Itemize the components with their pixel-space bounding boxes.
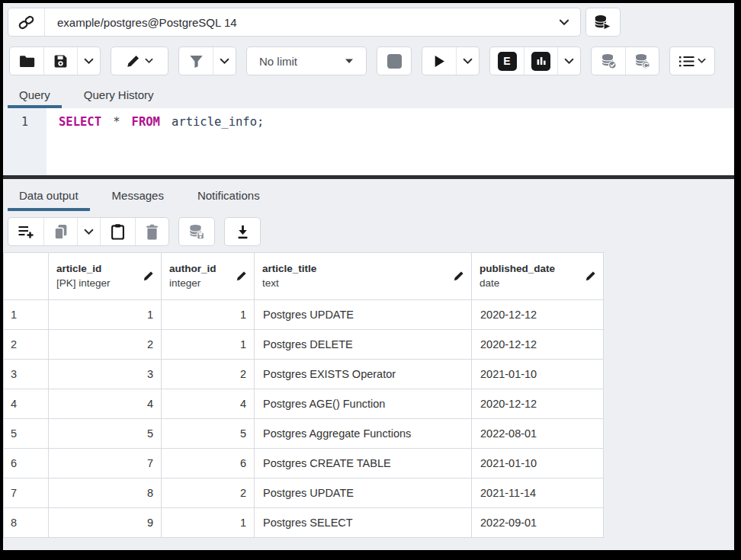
row-number[interactable]: 7 [4, 478, 49, 508]
save-options-dropdown[interactable] [77, 47, 100, 75]
cell-author-id[interactable]: 4 [162, 389, 255, 419]
rollback-button[interactable] [625, 47, 659, 75]
save-button[interactable] [43, 47, 77, 75]
explain-button-group: E [489, 46, 581, 75]
cell-article-id[interactable]: 9 [49, 508, 162, 538]
row-number[interactable]: 1 [4, 300, 49, 330]
cell-published-date[interactable]: 2020-12-12 [472, 330, 604, 360]
cell-article-title[interactable]: Postgres CREATE TABLE [255, 449, 472, 478]
open-file-button[interactable] [10, 47, 43, 75]
cell-author-id[interactable]: 1 [162, 330, 255, 360]
column-type: text [262, 277, 453, 291]
stop-button[interactable] [377, 47, 411, 75]
chevron-down-icon [564, 58, 574, 65]
save-data-button[interactable] [179, 218, 214, 245]
cell-article-id[interactable]: 2 [49, 330, 162, 360]
row-number[interactable]: 3 [4, 360, 49, 389]
tab-query-history[interactable]: Query History [72, 81, 165, 108]
cell-article-id[interactable]: 1 [49, 300, 162, 330]
chevron-down-icon [559, 19, 569, 26]
query-tool-panel: example/postgres@PostgreSQL 14 [3, 3, 734, 550]
tab-notifications[interactable]: Notifications [186, 179, 271, 211]
cell-article-id[interactable]: 8 [49, 478, 162, 508]
cell-article-title[interactable]: Postgres DELETE [255, 330, 472, 360]
row-number[interactable]: 6 [4, 449, 49, 478]
explain-analyze-button[interactable] [524, 47, 557, 75]
column-header-article-id[interactable]: article_id [PK] integer [49, 253, 162, 300]
table-row: 8 9 1 Postgres SELECT 2022-09-01 [4, 508, 604, 538]
column-header-author-id[interactable]: author_id integer [162, 253, 255, 300]
commit-button[interactable] [592, 47, 625, 75]
column-header-published-date[interactable]: published_date date [472, 253, 604, 300]
cell-published-date[interactable]: 2021-01-10 [472, 360, 604, 389]
tab-messages[interactable]: Messages [101, 179, 175, 211]
cell-article-id[interactable]: 3 [49, 360, 162, 389]
cell-author-id[interactable]: 2 [162, 360, 255, 389]
connection-icon [18, 14, 34, 30]
connection-status-button[interactable] [8, 8, 45, 36]
tab-query[interactable]: Query [8, 81, 62, 108]
delete-row-button[interactable] [135, 218, 168, 245]
execute-options-dropdown[interactable] [456, 47, 479, 75]
cell-published-date[interactable]: 2022-09-01 [472, 508, 604, 538]
copy-button[interactable] [43, 218, 77, 245]
execute-button[interactable] [422, 47, 456, 75]
macros-button-group [669, 46, 715, 75]
cell-article-id[interactable]: 7 [49, 449, 162, 478]
cell-article-id[interactable]: 4 [49, 389, 162, 419]
chevron-down-icon [145, 58, 153, 64]
column-header-article-title[interactable]: article_title text [255, 253, 472, 300]
file-button-group [9, 46, 101, 75]
cell-author-id[interactable]: 1 [162, 300, 255, 330]
tab-data-output[interactable]: Data output [8, 179, 90, 211]
explain-button[interactable]: E [490, 47, 524, 75]
cell-author-id[interactable]: 5 [162, 419, 255, 449]
cell-published-date[interactable]: 2020-12-12 [472, 389, 604, 419]
cell-published-date[interactable]: 2021-01-10 [472, 449, 604, 478]
sql-editor[interactable]: 1 SELECT * FROM article_info; [3, 108, 734, 175]
edit-button[interactable] [111, 47, 168, 75]
result-toolbar [3, 211, 734, 252]
save-data-button-group [178, 217, 215, 246]
connection-bar: example/postgres@PostgreSQL 14 [3, 3, 734, 41]
cell-author-id[interactable]: 1 [162, 508, 255, 538]
table-row: 6 7 6 Postgres CREATE TABLE 2021-01-10 [4, 449, 604, 478]
download-button[interactable] [225, 218, 260, 245]
cell-article-title[interactable]: Postgres EXISTS Operator [255, 360, 472, 389]
cell-published-date[interactable]: 2020-12-12 [472, 300, 604, 330]
database-new-connection-icon [594, 14, 612, 30]
cell-article-id[interactable]: 5 [49, 419, 162, 449]
download-button-group [224, 217, 261, 246]
edit-pencil-icon [143, 270, 155, 282]
filter-icon [189, 55, 204, 68]
paste-button[interactable] [100, 218, 135, 245]
explain-options-dropdown[interactable] [557, 47, 580, 75]
explain-icon: E [498, 52, 517, 71]
macros-button[interactable] [670, 47, 714, 75]
new-connection-button[interactable] [585, 8, 621, 37]
cell-article-title[interactable]: Postgres UPDATE [255, 478, 472, 508]
sql-code-line[interactable]: SELECT * FROM article_info; [47, 108, 734, 175]
cell-article-title[interactable]: Postgres AGE() Function [255, 389, 472, 419]
row-limit-select[interactable]: No limit [246, 46, 367, 75]
table-row: 4 4 4 Postgres AGE() Function 2020-12-12 [4, 389, 604, 419]
cell-article-title[interactable]: Postgres SELECT [255, 508, 472, 538]
cell-published-date[interactable]: 2021-11-14 [472, 478, 604, 508]
cell-published-date[interactable]: 2022-08-01 [472, 419, 604, 449]
cell-article-title[interactable]: Postgres UPDATE [255, 300, 472, 330]
row-number[interactable]: 4 [4, 389, 49, 419]
filter-button[interactable] [179, 47, 213, 75]
row-number[interactable]: 5 [4, 419, 49, 449]
row-number[interactable]: 8 [4, 508, 49, 538]
connection-selector[interactable]: example/postgres@PostgreSQL 14 [45, 8, 580, 36]
cell-author-id[interactable]: 2 [162, 478, 255, 508]
copy-options-dropdown[interactable] [77, 218, 100, 245]
filter-options-dropdown[interactable] [213, 47, 236, 75]
row-number[interactable]: 2 [4, 330, 49, 360]
chevron-down-icon [698, 58, 706, 64]
cell-author-id[interactable]: 6 [162, 449, 255, 478]
data-output-grid: article_id [PK] integer author_id [3, 252, 734, 550]
corner-cell[interactable] [4, 253, 49, 300]
cell-article-title[interactable]: Postgres Aggregate Functions [255, 419, 472, 449]
add-row-button[interactable] [8, 218, 43, 245]
